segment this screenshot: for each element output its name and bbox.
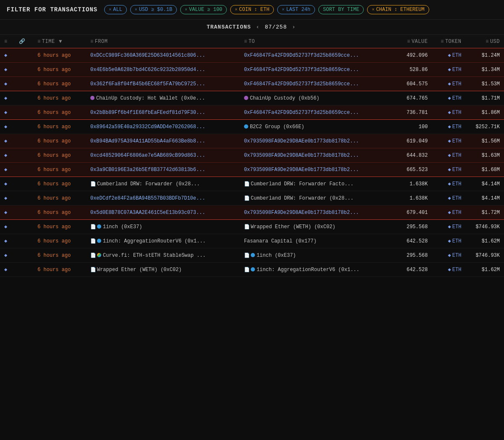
table-row[interactable]: ◆ 6 hours ago 📄Curve.fi: ETH-stETH Stabl… [0, 248, 504, 263]
row-from[interactable]: 0x2bBb89Ff6b4f1E68fbEaFEedf81d79F30... [86, 105, 240, 120]
row-time: 6 hours ago [33, 148, 86, 163]
next-page-button[interactable]: › [290, 24, 297, 30]
filter-tag-usd[interactable]: × USD ≥ $0.1B [130, 5, 177, 14]
row-from[interactable]: 📄1inch (0xE37) [86, 220, 240, 234]
table-row[interactable]: ◆ 6 hours ago 0x2bBb89Ff6b4f1E68fbEaFEed… [0, 105, 504, 120]
row-token: ◆ETH [432, 248, 465, 263]
row-to[interactable]: 0x7935098FA9De29D8AEe0b1773db8178b2... [240, 163, 394, 177]
eth-icon: ◆ [4, 167, 7, 173]
table-row[interactable]: ◆ 6 hours ago 0x3a9CB0196E3a26b5Ef8B3774… [0, 163, 504, 177]
col-to-header[interactable]: ≡TO [240, 35, 394, 48]
row-usd: $1.62M [465, 263, 504, 277]
time-value: 6 hours ago [37, 153, 71, 158]
table-row[interactable]: ◆ 6 hours ago 📄Wrapped Ether (WETH) (0xC… [0, 263, 504, 277]
row-to[interactable]: ChainUp Custody (0xb56) [240, 91, 394, 105]
table-row[interactable]: ◆ 6 hours ago 📄1inch (0xE37) 📄Wrapped Et… [0, 220, 504, 234]
row-to[interactable]: 0x7935098FA9De29D8AEe0b1773db8178b2... [240, 206, 394, 220]
row-from[interactable]: 📄Wrapped Ether (WETH) (0xC02) [86, 263, 240, 277]
row-to[interactable]: 📄1inch (0xE37) [240, 248, 394, 263]
row-to[interactable]: 0xF46847Fa42FD9Dd52737f3d25b8659cce... [240, 105, 394, 120]
row-usd: $746.93K [465, 248, 504, 263]
table-row[interactable]: ◆ 6 hours ago 0xDCcC989Fc360A369E25D6340… [0, 48, 504, 63]
table-row[interactable]: ◆ 6 hours ago 📄1inch: AggregationRouterV… [0, 234, 504, 248]
from-address[interactable]: 0x2bBb89Ff6b4f1E68fbEaFEedf81d79F30... [90, 110, 205, 116]
table-row[interactable]: ◆ 6 hours ago 0xB94BAd975A394A11AD55bA4a… [0, 134, 504, 148]
table-row[interactable]: ◆ 6 hours ago 0xeDCdf2e84F2a6BA94B557B03… [0, 191, 504, 206]
row-to[interactable]: 📄1inch: AggregationRouterV6 (0x1... [240, 263, 394, 277]
row-token: ◆ETH [432, 263, 465, 277]
row-from[interactable]: 📄Cumberland DRW: Forwarder (0x28... [86, 177, 240, 191]
row-from[interactable]: 0x362f6Fa8f04fB45b6EC68f5FA79bC9725... [86, 77, 240, 91]
row-from[interactable]: 0xB94BAd975A394A11AD55bA4aF663Be8b8... [86, 134, 240, 148]
col-token-header[interactable]: ≡TOKEN [432, 35, 465, 48]
table-row[interactable]: ◆ 6 hours ago 0x362f6Fa8f04fB45b6EC68f5F… [0, 77, 504, 91]
from-address[interactable]: 0xB94BAd975A394A11AD55bA4aF663Be8b8... [90, 138, 205, 144]
row-to[interactable]: 0xF46847Fa42FD9Dd52737f3d25b8659cce... [240, 77, 394, 91]
table-row[interactable]: ◆ 6 hours ago 0x89642a59E40a29332Cd9ADD4… [0, 120, 504, 134]
prev-page-button[interactable]: ‹ [255, 24, 262, 30]
row-value: 1.638K [394, 191, 432, 206]
to-address[interactable]: 0x7935098FA9De29D8AEe0b1773db8178b2... [244, 153, 359, 158]
row-to[interactable]: 0xF46847Fa42FD9Dd52737f3d25b8659cce... [240, 63, 394, 77]
row-to[interactable]: B2C2 Group (0x66E) [240, 120, 394, 134]
row-to[interactable]: 📄Cumberland DRW: Forwarder (0x28... [240, 191, 394, 206]
from-address[interactable]: 0xDCcC989Fc360A369E25D634014561c806... [90, 53, 205, 58]
row-from[interactable]: 0x89642a59E40a29332Cd9ADD4e70262068... [86, 120, 240, 134]
table-row[interactable]: ◆ 6 hours ago 0xcd48529064F6806ae7e5AB68… [0, 148, 504, 163]
table-row[interactable]: ◆ 6 hours ago ChainUp Custody: Hot Walle… [0, 91, 504, 105]
row-token: ◆ETH [432, 163, 465, 177]
row-from[interactable]: 📄1inch: AggregationRouterV6 (0x1... [86, 234, 240, 248]
filter-tag-sort[interactable]: SORT BY TIME [318, 5, 364, 14]
to-address[interactable]: 0xF46847Fa42FD9Dd52737f3d25b8659cce... [244, 81, 359, 87]
row-token: ◆ETH [432, 105, 465, 120]
row-to[interactable]: 📄Wrapped Ether (WETH) (0xC02) [240, 220, 394, 234]
row-to[interactable]: 0x7935098FA9De29D8AEe0b1773db8178b2... [240, 134, 394, 148]
row-from[interactable]: 📄Curve.fi: ETH-stETH StableSwap ... [86, 248, 240, 263]
row-to[interactable]: 0xF46847Fa42FD9Dd52737f3d25b8659cce... [240, 48, 394, 63]
from-address[interactable]: 0x3a9CB0196E3a26b5Ef8B37742d63813b6... [90, 167, 205, 173]
filter-tag-coin-label: COIN ↕ ETH [239, 7, 269, 13]
token-symbol: ETH [452, 53, 462, 58]
table-row[interactable]: ◆ 6 hours ago 0x5d0E8B78C07A3AA2E461C5eE… [0, 206, 504, 220]
filter-tag-value[interactable]: × VALUE ≥ 100 [180, 5, 227, 14]
from-address[interactable]: 0x5d0E8B78C07A3AA2E461C5eE13b93c073... [90, 210, 205, 216]
from-address[interactable]: 0xeDCdf2e84F2a6BA94B557B03BDFb7D10e... [90, 195, 205, 201]
row-from[interactable]: 0x3a9CB0196E3a26b5Ef8B37742d63813b6... [86, 163, 240, 177]
row-from[interactable]: 0xcd48529064F6806ae7e5AB689cB99d863... [86, 148, 240, 163]
to-address[interactable]: 0xF46847Fa42FD9Dd52737f3d25b8659cce... [244, 67, 359, 73]
row-from[interactable]: 0xeDCdf2e84F2a6BA94B557B03BDFb7D10e... [86, 191, 240, 206]
row-to[interactable]: 0x7935098FA9De29D8AEe0b1773db8178b2... [240, 148, 394, 163]
row-to[interactable]: Fasanara Capital (0x177) [240, 234, 394, 248]
row-link-col [15, 177, 33, 191]
from-address[interactable]: 0xcd48529064F6806ae7e5AB689cB99d863... [90, 153, 205, 158]
row-link-col [15, 134, 33, 148]
table-row[interactable]: ◆ 6 hours ago 📄Cumberland DRW: Forwarder… [0, 177, 504, 191]
row-time: 6 hours ago [33, 77, 86, 91]
row-from[interactable]: 0x4E6b5e0A628b7bd4C626c9232b28950d4... [86, 63, 240, 77]
row-from[interactable]: 0xDCcC989Fc360A369E25D634014561c806... [86, 48, 240, 63]
to-address[interactable]: 0x7935098FA9De29D8AEe0b1773db8178b2... [244, 210, 359, 216]
filter-tag-coin[interactable]: × COIN ↕ ETH [230, 5, 274, 14]
from-address[interactable]: 0x4E6b5e0A628b7bd4C626c9232b28950d4... [90, 67, 205, 73]
row-from[interactable]: 0x5d0E8B78C07A3AA2E461C5eE13b93c073... [86, 206, 240, 220]
col-time-header[interactable]: ≡TIME ▼ [33, 35, 86, 48]
col-value-header[interactable]: ≡VALUE [394, 35, 432, 48]
table-row[interactable]: ◆ 6 hours ago 0x4E6b5e0A628b7bd4C626c923… [0, 63, 504, 77]
to-address[interactable]: 0x7935098FA9De29D8AEe0b1773db8178b2... [244, 167, 359, 173]
filter-tag-chain[interactable]: × CHAIN ↕ ETHEREUM [367, 5, 429, 14]
row-link-col [15, 248, 33, 263]
from-address[interactable]: 0x362f6Fa8f04fB45b6EC68f5FA79bC9725... [90, 81, 205, 87]
to-address[interactable]: 0xF46847Fa42FD9Dd52737f3d25b8659cce... [244, 110, 359, 116]
col-usd-header[interactable]: ≡USD [465, 35, 504, 48]
row-from[interactable]: ChainUp Custody: Hot Wallet (0x0e... [86, 91, 240, 105]
from-address[interactable]: 0x89642a59E40a29332Cd9ADD4e70262068... [90, 124, 205, 130]
col-from-header[interactable]: ≡FROM [86, 35, 240, 48]
usd-value: $4.14M [482, 181, 500, 187]
value-amount: 644.832 [407, 153, 428, 158]
to-address[interactable]: 0x7935098FA9De29D8AEe0b1773db8178b2... [244, 138, 359, 144]
row-token: ◆ETH [432, 77, 465, 91]
to-address[interactable]: 0xF46847Fa42FD9Dd52737f3d25b8659cce... [244, 53, 359, 58]
filter-tag-all[interactable]: × ALL [104, 5, 127, 14]
filter-tag-last24h[interactable]: × LAST 24h [277, 5, 315, 14]
row-to[interactable]: 📄Cumberland DRW: Forwarder Facto... [240, 177, 394, 191]
